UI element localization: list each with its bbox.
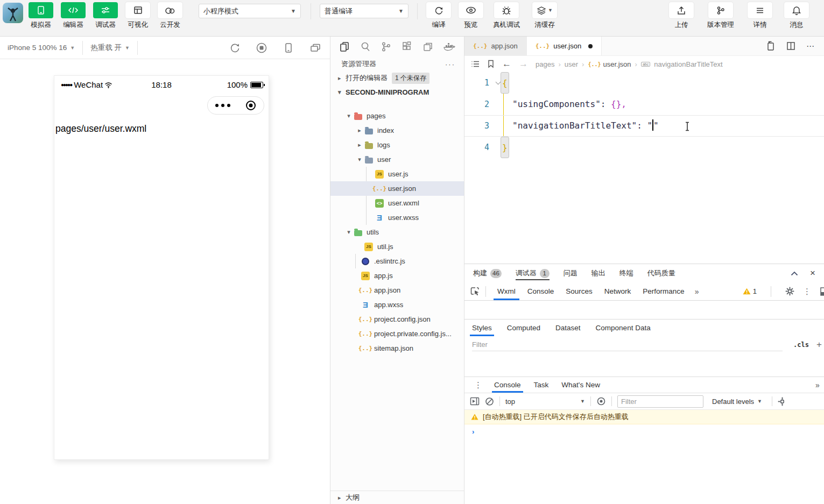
tree-item-file[interactable]: <> user.wxml <box>330 196 464 210</box>
more-tabs-icon[interactable]: » <box>815 381 821 389</box>
tree-item-file[interactable]: Ǝ app.wxss <box>330 297 464 312</box>
clear-cache-button[interactable]: ▼ 清缓存 <box>530 2 560 30</box>
editor-button[interactable]: 编辑器 <box>61 2 86 30</box>
version-management-button[interactable]: 版本管理 <box>706 2 736 30</box>
tree-item-file[interactable]: JS user.js <box>330 167 464 181</box>
kebab-menu-icon[interactable]: ⋮ <box>469 380 488 390</box>
compile-button[interactable]: 编译 <box>426 2 451 30</box>
tab-terminal[interactable]: 终端 <box>619 264 633 282</box>
more-actions-icon[interactable]: ··· <box>445 60 455 68</box>
device-select[interactable]: iPhone 5 100% 16 ▼ <box>0 37 82 59</box>
project-root-section[interactable]: ▾ SECOND-MINIPROGRAM <box>330 85 464 99</box>
tree-item-file[interactable]: {..} sitemap.json <box>330 341 464 356</box>
hot-reload-select[interactable]: 热重载 开 ▼ <box>83 37 137 59</box>
compile-mode-select[interactable]: 普通编译 ▼ <box>320 4 409 18</box>
tab-component-data[interactable]: Component Data <box>596 320 651 336</box>
tree-item-file[interactable]: Ǝ user.wxss <box>330 210 464 225</box>
elements-tree-area[interactable] <box>464 301 824 320</box>
devtools-tab-wxml[interactable]: Wxml <box>491 282 522 300</box>
expand-panel-icon[interactable] <box>470 397 480 406</box>
tab-code-quality[interactable]: 代码质量 <box>647 264 675 282</box>
clear-console-icon[interactable] <box>485 397 494 406</box>
user-avatar[interactable] <box>3 3 23 23</box>
open-changes-icon[interactable] <box>766 41 776 51</box>
outline-section[interactable]: ▸ 大纲 <box>330 491 464 504</box>
device-frame-button[interactable] <box>283 42 294 54</box>
simulator-button[interactable]: 模拟器 <box>29 2 53 30</box>
devtools-tab-console[interactable]: Console <box>522 282 560 300</box>
tree-item-folder[interactable]: ▾ user <box>330 152 464 167</box>
tree-item-folder[interactable]: ▾ utils <box>330 225 464 239</box>
upload-button[interactable]: 上传 <box>669 2 694 30</box>
console-filter-input[interactable] <box>617 395 703 408</box>
preview-button[interactable]: 预览 <box>459 2 483 30</box>
stop-button[interactable] <box>256 42 267 54</box>
bookmark-icon[interactable] <box>487 60 495 68</box>
warning-count-badge[interactable]: 1 <box>743 287 757 295</box>
cls-button[interactable]: .cls <box>793 341 809 349</box>
more-actions-icon[interactable]: ⋯ <box>806 41 814 51</box>
capsule-close-button[interactable] <box>245 100 257 111</box>
drawer-tab-task[interactable]: Task <box>527 377 555 393</box>
search-icon[interactable] <box>360 41 371 52</box>
console-prompt[interactable]: › <box>464 424 824 438</box>
close-panel-icon[interactable]: × <box>810 268 815 279</box>
inspect-element-icon[interactable] <box>470 286 480 296</box>
windows-icon[interactable] <box>422 41 433 52</box>
tab-styles[interactable]: Styles <box>472 320 492 336</box>
breadcrumb-item[interactable]: navigationBarTitleText <box>654 60 722 68</box>
collapse-panel-icon[interactable] <box>791 271 798 276</box>
tree-item-file-selected[interactable]: {..} user.json <box>330 181 464 196</box>
forward-arrow-icon[interactable]: → <box>519 59 528 69</box>
settings-gear-icon[interactable] <box>785 287 794 296</box>
breadcrumb-item[interactable]: user.json <box>603 60 631 68</box>
context-select[interactable]: top ▼ <box>505 397 585 406</box>
capsule-menu-button[interactable] <box>215 104 230 107</box>
files-icon[interactable] <box>339 41 350 53</box>
tab-debugger[interactable]: 调试器1 <box>516 264 550 282</box>
tree-item-folder[interactable]: ▸ index <box>330 123 464 138</box>
source-control-icon[interactable] <box>381 41 391 52</box>
kebab-menu-icon[interactable]: ⋮ <box>803 287 811 296</box>
rotate-device-button[interactable] <box>229 42 241 54</box>
visualization-button[interactable]: 可视化 <box>125 2 150 30</box>
back-arrow-icon[interactable]: ← <box>502 59 511 69</box>
console-settings-gear-icon[interactable] <box>778 397 784 406</box>
styles-filter-input[interactable] <box>472 338 783 351</box>
code-line-3-current[interactable]: 3 "navigationBarTitleText": "" <box>464 115 824 137</box>
devtools-tab-sources[interactable]: Sources <box>560 282 598 300</box>
tab-dataset[interactable]: Dataset <box>555 320 581 336</box>
multi-window-button[interactable] <box>309 42 321 54</box>
more-tabs-icon[interactable]: » <box>691 287 703 296</box>
fold-chevron-icon[interactable] <box>496 80 501 85</box>
drawer-tab-whats-new[interactable]: What's New <box>555 377 607 393</box>
code-line-4[interactable]: 4 } <box>464 137 824 158</box>
extensions-icon[interactable] <box>402 41 412 52</box>
mode-select[interactable]: 小程序模式 ▼ <box>199 4 301 18</box>
dock-side-icon[interactable] <box>820 287 824 296</box>
devtools-tab-performance[interactable]: Performance <box>637 282 690 300</box>
breadcrumb-item[interactable]: pages <box>536 60 554 68</box>
drawer-tab-console[interactable]: Console <box>488 377 527 393</box>
docker-icon[interactable] <box>443 42 455 52</box>
tab-computed[interactable]: Computed <box>507 320 540 336</box>
breadcrumb-item[interactable]: user <box>565 60 578 68</box>
tab-problems[interactable]: 问题 <box>564 264 577 282</box>
tree-item-file[interactable]: {..} project.private.config.js... <box>330 326 464 341</box>
tab-app-json[interactable]: {..} app.json <box>464 37 527 55</box>
console-warning-message[interactable]: [自动热重载] 已开启代码文件保存后自动热重载 <box>464 410 824 424</box>
code-editor[interactable]: 1 { 2 "usingComponents": {}, 3 "navigati… <box>464 72 824 264</box>
eye-watch-icon[interactable] <box>596 397 606 406</box>
cloud-dev-button[interactable]: 云开发 <box>158 2 182 30</box>
tree-item-file[interactable]: .eslintrc.js <box>330 254 464 268</box>
code-line-1[interactable]: 1 { <box>464 72 824 94</box>
tab-user-json[interactable]: {..} user.json <box>527 37 602 55</box>
code-line-2[interactable]: 2 "usingComponents": {}, <box>464 94 824 115</box>
list-icon[interactable] <box>471 60 480 68</box>
tree-item-file[interactable]: {..} app.json <box>330 283 464 297</box>
open-editors-section[interactable]: ▸ 打开的编辑器 1 个未保存 <box>330 71 464 85</box>
tree-item-file[interactable]: {..} project.config.json <box>330 312 464 326</box>
details-button[interactable]: 详情 <box>748 2 772 30</box>
debugger-button[interactable]: 调试器 <box>93 2 118 30</box>
log-levels-select[interactable]: Default levels ▼ <box>712 397 762 406</box>
